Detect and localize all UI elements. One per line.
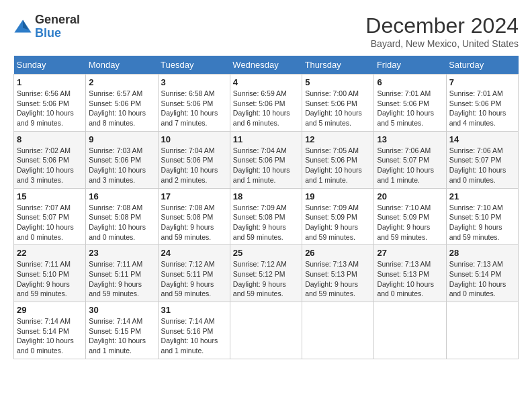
day-info: Sunrise: 6:58 AM Sunset: 5:06 PM Dayligh… <box>161 89 227 128</box>
calendar-week-row: 29 Sunrise: 7:14 AM Sunset: 5:14 PM Dayl… <box>14 302 519 359</box>
calendar-cell: 25 Sunrise: 7:12 AM Sunset: 5:12 PM Dayl… <box>230 245 302 302</box>
calendar-cell: 17 Sunrise: 7:08 AM Sunset: 5:08 PM Dayl… <box>158 188 230 245</box>
day-number: 4 <box>233 77 299 87</box>
calendar-cell: 2 Sunrise: 6:57 AM Sunset: 5:06 PM Dayli… <box>86 75 158 132</box>
day-info: Sunrise: 7:02 AM Sunset: 5:06 PM Dayligh… <box>17 146 83 185</box>
logo: General Blue <box>13 13 80 40</box>
title-block: December 2024 Bayard, New Mexico, United… <box>365 13 519 49</box>
calendar-cell: 13 Sunrise: 7:06 AM Sunset: 5:07 PM Dayl… <box>374 131 446 188</box>
day-info: Sunrise: 7:10 AM Sunset: 5:09 PM Dayligh… <box>377 203 443 242</box>
day-number: 1 <box>17 77 83 87</box>
calendar-cell: 27 Sunrise: 7:13 AM Sunset: 5:13 PM Dayl… <box>374 245 446 302</box>
calendar-cell: 9 Sunrise: 7:03 AM Sunset: 5:06 PM Dayli… <box>86 131 158 188</box>
day-number: 7 <box>449 77 515 87</box>
day-info: Sunrise: 7:00 AM Sunset: 5:06 PM Dayligh… <box>305 89 371 128</box>
day-number: 14 <box>449 134 515 144</box>
calendar-cell: 6 Sunrise: 7:01 AM Sunset: 5:06 PM Dayli… <box>374 75 446 132</box>
calendar-cell: 10 Sunrise: 7:04 AM Sunset: 5:06 PM Dayl… <box>158 131 230 188</box>
logo-blue-text: Blue <box>35 26 61 40</box>
calendar-table: SundayMondayTuesdayWednesdayThursdayFrid… <box>13 56 519 359</box>
day-info: Sunrise: 7:06 AM Sunset: 5:07 PM Dayligh… <box>449 146 515 185</box>
calendar-week-row: 8 Sunrise: 7:02 AM Sunset: 5:06 PM Dayli… <box>14 131 519 188</box>
day-info: Sunrise: 6:59 AM Sunset: 5:06 PM Dayligh… <box>233 89 299 128</box>
day-info: Sunrise: 7:05 AM Sunset: 5:06 PM Dayligh… <box>305 146 371 185</box>
day-number: 28 <box>449 248 515 258</box>
location: Bayard, New Mexico, United States <box>365 38 519 49</box>
calendar-cell: 11 Sunrise: 7:04 AM Sunset: 5:06 PM Dayl… <box>230 131 302 188</box>
calendar-cell: 5 Sunrise: 7:00 AM Sunset: 5:06 PM Dayli… <box>302 75 374 132</box>
day-number: 3 <box>161 77 227 87</box>
day-number: 2 <box>89 77 154 87</box>
day-number: 31 <box>161 305 227 315</box>
calendar-cell: 31 Sunrise: 7:14 AM Sunset: 5:16 PM Dayl… <box>158 302 230 359</box>
page-header: General Blue December 2024 Bayard, New M… <box>13 13 519 49</box>
weekday-header: Monday <box>86 56 158 75</box>
day-number: 19 <box>305 191 371 201</box>
day-number: 13 <box>377 134 443 144</box>
calendar-cell: 26 Sunrise: 7:13 AM Sunset: 5:13 PM Dayl… <box>302 245 374 302</box>
day-number: 20 <box>377 191 443 201</box>
calendar-cell: 18 Sunrise: 7:09 AM Sunset: 5:08 PM Dayl… <box>230 188 302 245</box>
calendar-cell <box>302 302 374 359</box>
weekday-header: Saturday <box>446 56 518 75</box>
calendar-cell: 22 Sunrise: 7:11 AM Sunset: 5:10 PM Dayl… <box>14 245 86 302</box>
day-number: 30 <box>89 305 154 315</box>
day-number: 16 <box>89 191 154 201</box>
day-info: Sunrise: 7:14 AM Sunset: 5:14 PM Dayligh… <box>17 316 83 356</box>
day-number: 26 <box>305 248 371 258</box>
calendar-cell <box>374 302 446 359</box>
day-number: 25 <box>233 248 299 258</box>
day-number: 24 <box>161 248 227 258</box>
weekday-header: Wednesday <box>230 56 302 75</box>
day-number: 21 <box>449 191 515 201</box>
day-number: 27 <box>377 248 443 258</box>
day-info: Sunrise: 7:14 AM Sunset: 5:15 PM Dayligh… <box>89 316 154 356</box>
calendar-cell: 30 Sunrise: 7:14 AM Sunset: 5:15 PM Dayl… <box>86 302 158 359</box>
day-info: Sunrise: 7:09 AM Sunset: 5:09 PM Dayligh… <box>305 203 371 242</box>
day-number: 5 <box>305 77 371 87</box>
day-number: 6 <box>377 77 443 87</box>
day-info: Sunrise: 7:06 AM Sunset: 5:07 PM Dayligh… <box>377 146 443 185</box>
day-number: 9 <box>89 134 154 144</box>
day-number: 11 <box>233 134 299 144</box>
day-info: Sunrise: 6:57 AM Sunset: 5:06 PM Dayligh… <box>89 89 154 128</box>
calendar-cell: 1 Sunrise: 6:56 AM Sunset: 5:06 PM Dayli… <box>14 75 86 132</box>
day-info: Sunrise: 7:12 AM Sunset: 5:11 PM Dayligh… <box>161 259 227 299</box>
calendar-cell: 21 Sunrise: 7:10 AM Sunset: 5:10 PM Dayl… <box>446 188 518 245</box>
day-info: Sunrise: 7:08 AM Sunset: 5:08 PM Dayligh… <box>89 203 154 242</box>
day-number: 23 <box>89 248 154 258</box>
calendar-cell: 20 Sunrise: 7:10 AM Sunset: 5:09 PM Dayl… <box>374 188 446 245</box>
logo-general-text: General <box>35 13 80 26</box>
calendar-cell: 14 Sunrise: 7:06 AM Sunset: 5:07 PM Dayl… <box>446 131 518 188</box>
calendar-cell: 15 Sunrise: 7:07 AM Sunset: 5:07 PM Dayl… <box>14 188 86 245</box>
calendar-cell: 24 Sunrise: 7:12 AM Sunset: 5:11 PM Dayl… <box>158 245 230 302</box>
day-number: 22 <box>17 248 83 258</box>
day-info: Sunrise: 7:13 AM Sunset: 5:14 PM Dayligh… <box>449 259 515 299</box>
calendar-cell <box>230 302 302 359</box>
day-info: Sunrise: 7:09 AM Sunset: 5:08 PM Dayligh… <box>233 203 299 242</box>
day-info: Sunrise: 7:13 AM Sunset: 5:13 PM Dayligh… <box>305 259 371 299</box>
weekday-header: Tuesday <box>158 56 230 75</box>
day-number: 10 <box>161 134 227 144</box>
day-info: Sunrise: 7:10 AM Sunset: 5:10 PM Dayligh… <box>449 203 515 242</box>
day-number: 15 <box>17 191 83 201</box>
day-number: 18 <box>233 191 299 201</box>
day-info: Sunrise: 7:01 AM Sunset: 5:06 PM Dayligh… <box>449 89 515 128</box>
day-number: 29 <box>17 305 83 315</box>
day-info: Sunrise: 7:12 AM Sunset: 5:12 PM Dayligh… <box>233 259 299 299</box>
calendar-cell: 16 Sunrise: 7:08 AM Sunset: 5:08 PM Dayl… <box>86 188 158 245</box>
day-info: Sunrise: 7:07 AM Sunset: 5:07 PM Dayligh… <box>17 203 83 242</box>
calendar-week-row: 1 Sunrise: 6:56 AM Sunset: 5:06 PM Dayli… <box>14 75 519 132</box>
day-number: 8 <box>17 134 83 144</box>
calendar-cell <box>446 302 518 359</box>
calendar-week-row: 15 Sunrise: 7:07 AM Sunset: 5:07 PM Dayl… <box>14 188 519 245</box>
day-info: Sunrise: 7:04 AM Sunset: 5:06 PM Dayligh… <box>233 146 299 185</box>
weekday-header: Thursday <box>302 56 374 75</box>
calendar-cell: 19 Sunrise: 7:09 AM Sunset: 5:09 PM Dayl… <box>302 188 374 245</box>
calendar-cell: 3 Sunrise: 6:58 AM Sunset: 5:06 PM Dayli… <box>158 75 230 132</box>
weekday-header: Friday <box>374 56 446 75</box>
calendar-cell: 8 Sunrise: 7:02 AM Sunset: 5:06 PM Dayli… <box>14 131 86 188</box>
day-info: Sunrise: 7:03 AM Sunset: 5:06 PM Dayligh… <box>89 146 154 185</box>
calendar-header-row: SundayMondayTuesdayWednesdayThursdayFrid… <box>14 56 519 75</box>
weekday-header: Sunday <box>14 56 86 75</box>
